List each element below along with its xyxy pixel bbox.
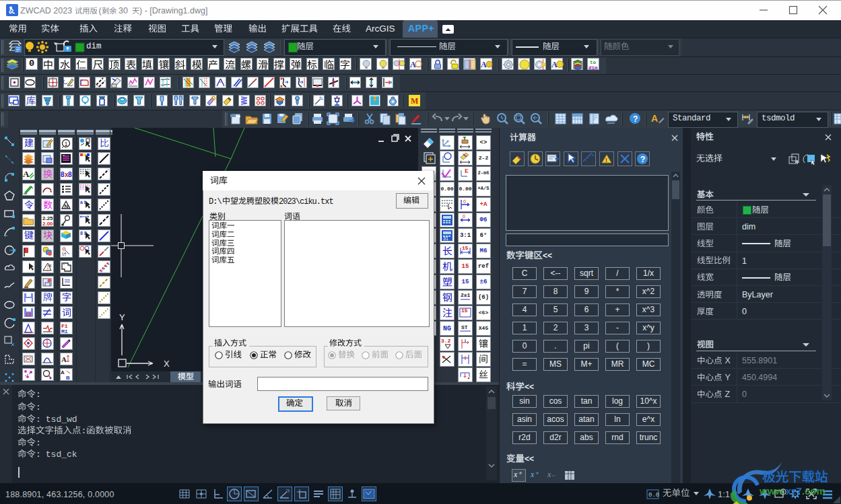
svg-text:E: E <box>465 168 469 174</box>
svg-text:A: A <box>651 113 658 124</box>
svg-text:ST: ST <box>461 324 468 330</box>
svg-text:A: A <box>61 355 67 363</box>
svg-text:k: k <box>49 263 52 268</box>
svg-text:M: M <box>411 96 418 106</box>
svg-text:N: N <box>65 203 69 209</box>
svg-text:0: 0 <box>463 214 465 219</box>
svg-text:2.00: 2.00 <box>42 221 53 227</box>
svg-text:0: 0 <box>463 199 466 204</box>
svg-text:1: 1 <box>65 140 68 147</box>
svg-text:8: 8 <box>68 171 72 178</box>
svg-text:A: A <box>23 169 30 179</box>
svg-text:X: X <box>164 359 170 369</box>
svg-text:?: ? <box>633 114 638 124</box>
svg-text:15: 15 <box>462 245 469 251</box>
svg-text:M1: M1 <box>61 328 68 334</box>
svg-text:2±1: 2±1 <box>461 292 471 298</box>
svg-text:A: A <box>61 369 65 375</box>
svg-text:12: 12 <box>26 312 32 318</box>
svg-text:31: 31 <box>443 236 448 241</box>
svg-text:3.2: 3.2 <box>441 338 451 344</box>
svg-text:0.0: 0.0 <box>648 492 659 499</box>
svg-text:dim: dim <box>588 65 598 71</box>
svg-text:?: ? <box>640 155 645 164</box>
svg-text:计: 计 <box>62 252 67 256</box>
svg-text:B: B <box>66 375 70 381</box>
svg-text:Y: Y <box>119 312 125 322</box>
svg-text:!: ! <box>605 157 607 164</box>
